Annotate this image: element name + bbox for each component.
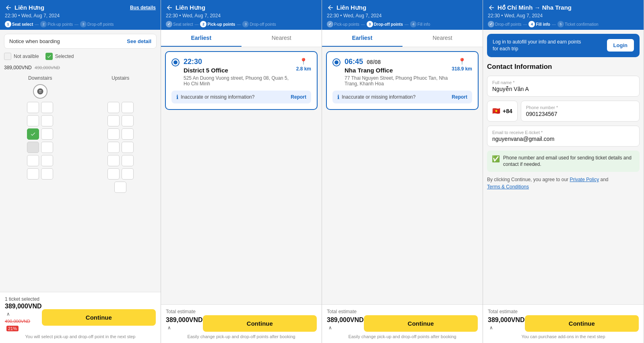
pickup-time: 22:30 [184, 58, 296, 66]
terms-conditions-link[interactable]: Terms & Conditions [487, 184, 529, 190]
tab-nearest-p2[interactable]: Nearest [242, 30, 322, 47]
total-label-p4: Total estimate [488, 309, 639, 314]
seat-d4[interactable] [41, 115, 53, 126]
step-active-p3: 3 Drop-off points [367, 21, 403, 27]
seat-u10[interactable] [122, 155, 134, 166]
panel3-header: Liên Hưng 22:30 • Wed, Aug 7, 2024 ✓ Pic… [322, 0, 483, 30]
notice-text: Notice when boarding [9, 38, 60, 44]
seat-d1[interactable] [27, 102, 39, 113]
phone-group: 🇻🇳 +84 Phone number * 0901234567 [487, 101, 640, 122]
seat-u3[interactable] [107, 115, 120, 126]
panel2-body: 22:30 District 5 Office 525 An Duong Vuo… [161, 47, 322, 304]
seat-u4[interactable] [122, 115, 134, 126]
bus-details-link[interactable]: Bus details [130, 5, 156, 10]
upstairs-label: Upstairs [85, 75, 157, 81]
seat-u13[interactable] [114, 182, 126, 193]
continue-button-p1[interactable]: Continue [42, 309, 156, 326]
report-link-p2[interactable]: Report [291, 94, 306, 100]
step-active-label-p3: Drop-off points [374, 22, 403, 27]
pickup-radio[interactable] [171, 58, 180, 66]
seat-u9[interactable] [107, 155, 120, 166]
tab-earliest-p3[interactable]: Earliest [322, 30, 402, 47]
seat-u7[interactable] [107, 142, 120, 153]
back-button-p2[interactable]: Liên Hưng [166, 4, 205, 11]
tab-nearest-p3[interactable]: Nearest [402, 30, 483, 47]
seat-u1[interactable] [107, 102, 120, 113]
step-active-label-p4: Fill info [536, 22, 550, 27]
dropoff-panel: Liên Hưng 22:30 • Wed, Aug 7, 2024 ✓ Pic… [322, 0, 483, 343]
pickup-address: 525 An Duong Vuong street, Phuong 08, Qu… [184, 75, 296, 87]
seat-u5[interactable] [107, 128, 120, 140]
current-price: 389,000VND [4, 65, 32, 70]
pickup-inaccurate-text: ℹ Inaccurate or missing information? [176, 94, 254, 100]
pickup-name: District 5 Office [184, 67, 296, 74]
full-name-input[interactable]: Full name * Nguyễn Văn A [487, 76, 640, 97]
phone-country-selector[interactable]: 🇻🇳 +84 [487, 101, 518, 122]
dropoff-location-card: 06:45 08/08 Nha Trang Office 77 Thai Ngu… [326, 51, 479, 110]
info-icon-p3: ℹ [337, 94, 339, 100]
footer-note-p3: Easily change pick-up and drop-off point… [327, 334, 478, 339]
seat-d5-selected[interactable] [27, 128, 39, 140]
seat-u6[interactable] [122, 128, 134, 140]
phone-label: Phone number * [526, 105, 634, 110]
fill-info-panel: Hồ Chí Minh → Nha Trang 22:30 • Wed, Aug… [483, 0, 644, 343]
discount-badge-p1: 21% [6, 326, 19, 331]
step-circle-next-p4: 5 [557, 21, 564, 27]
seat-row-u1 [107, 102, 134, 113]
pickup-panel: Liên Hưng 22:30 • Wed, Aug 7, 2024 ✓ Sea… [161, 0, 322, 343]
panel1-footer: 1 ticket selected 389,000VND ∧ 490,000VN… [0, 292, 161, 343]
step-3-p1: 3 Drop-off points [80, 21, 114, 27]
seat-d3[interactable] [27, 115, 39, 126]
dropoff-info: 06:45 08/08 Nha Trang Office 77 Thai Ngu… [345, 58, 452, 87]
step-1-p1: 1 Seat select [5, 21, 33, 27]
private-policy-link[interactable]: Private Policy [570, 177, 599, 182]
continue-button-p2[interactable]: Continue [203, 315, 317, 332]
header-datetime-p1: 22:30 • Wed, Aug 7, 2024 [5, 13, 156, 19]
seat-row-u2 [107, 115, 134, 126]
tab-bar-p2: Earliest Nearest [161, 30, 322, 47]
policy-text: By clicking Continue, you agree to our P… [487, 176, 640, 190]
dropoff-inaccurate-text: ℹ Inaccurate or missing information? [337, 94, 415, 100]
step-done-label-p2: Seat select [173, 22, 193, 27]
pickup-distance-value: 2.8 km [296, 66, 311, 72]
tab-earliest-p2[interactable]: Earliest [161, 30, 242, 47]
price-chevron-p4: ∧ [489, 325, 493, 331]
seat-u2[interactable] [122, 102, 134, 113]
email-input[interactable]: Email to receive E-ticket * nguyenvana@g… [487, 126, 640, 147]
report-link-p3[interactable]: Report [452, 94, 467, 100]
seat-d10[interactable] [41, 155, 53, 166]
footer-note-p4: You can purchase add-ons in the next ste… [488, 334, 639, 339]
back-button-p1[interactable]: Liên Hưng [5, 4, 44, 11]
pickup-inaccurate-bar: ℹ Inaccurate or missing information? Rep… [171, 91, 311, 103]
dropoff-radio[interactable] [332, 58, 341, 66]
seat-d7-unavail [27, 142, 39, 153]
seat-d8[interactable] [41, 142, 53, 153]
seat-d9[interactable] [27, 155, 39, 166]
back-button-p4[interactable]: Hồ Chí Minh → Nha Trang [488, 4, 572, 11]
step-circle-done-p2: ✓ [166, 21, 172, 27]
back-button-p3[interactable]: Liên Hưng [327, 4, 366, 11]
seat-u11[interactable] [107, 168, 120, 180]
seat-d12[interactable] [41, 168, 53, 180]
see-detail-link[interactable]: See detail [127, 38, 151, 44]
total-label-p3: Total estimate [327, 309, 478, 314]
seat-u8[interactable] [122, 142, 134, 153]
seat-d11[interactable] [27, 168, 39, 180]
continue-button-p3[interactable]: Continue [364, 315, 478, 332]
phone-value: 0901234567 [526, 111, 634, 117]
step-done-label-p3: Pick-up points [334, 22, 359, 27]
step-circle-next-p3: 4 [410, 21, 417, 27]
step-next-label-p3: Fill info [417, 22, 430, 27]
header-datetime-p3: 22:30 • Wed, Aug 7, 2024 [327, 13, 478, 19]
steering-wheel [33, 84, 47, 99]
dropoff-distance-value: 318.9 km [452, 66, 472, 72]
continue-button-p4[interactable]: Continue [525, 315, 639, 332]
login-button[interactable]: Login [607, 39, 634, 52]
dropoff-map-pin: 📍 [458, 58, 466, 65]
phone-number-input[interactable]: Phone number * 0901234567 [521, 101, 640, 122]
seat-u12[interactable] [122, 168, 134, 180]
full-name-value: Nguyễn Văn A [492, 86, 634, 92]
seat-d6[interactable] [41, 128, 53, 140]
step-circle-active-p4: 4 [528, 21, 535, 27]
seat-d2[interactable] [41, 102, 53, 113]
